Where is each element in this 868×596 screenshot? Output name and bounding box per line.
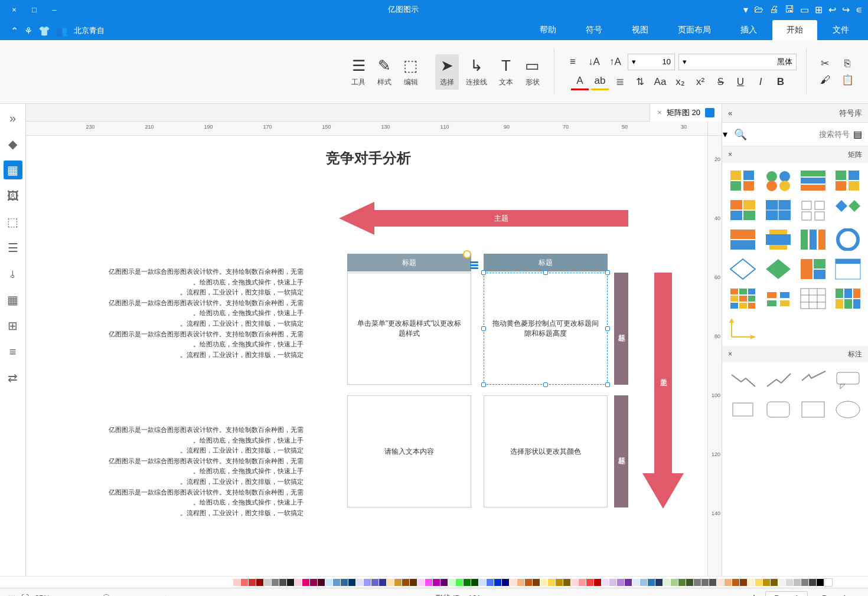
bold-icon[interactable]: B [772, 74, 789, 90]
color-swatch[interactable] [648, 579, 655, 586]
shirt-icon[interactable]: 👕 [38, 25, 50, 37]
resize-handle[interactable] [543, 270, 548, 275]
shape-thumb[interactable] [727, 397, 758, 423]
category-callout[interactable]: 标注 [848, 349, 862, 359]
category-matrix[interactable]: 矩阵 [848, 150, 862, 160]
list-icon[interactable]: ≣ [611, 74, 629, 90]
color-swatch[interactable] [748, 579, 755, 586]
tools-button[interactable]: ☰工具 [347, 54, 370, 90]
share-icon[interactable]: ⚘ [24, 25, 32, 37]
horizontal-arrow[interactable]: 主题 [339, 202, 628, 235]
color-swatch[interactable] [794, 579, 801, 586]
color-swatch[interactable] [494, 579, 501, 586]
color-swatch[interactable] [272, 579, 279, 586]
color-swatch[interactable] [755, 579, 762, 586]
color-swatch[interactable] [571, 579, 578, 586]
text-block-1[interactable]: 亿图图示是一款综合图形图表设计软件。支持绘制数百余种图，无需绘图功底，全拖拽式操… [109, 267, 304, 360]
text-block-2[interactable]: 亿图图示是一款综合图形图表设计软件。支持绘制数百余种图，无需绘图功底，全拖拽式操… [109, 425, 304, 518]
expand-icon[interactable]: « [4, 109, 22, 127]
color-swatch[interactable] [548, 579, 555, 586]
maximize-button[interactable]: □ [26, 5, 43, 14]
fullscreen-icon[interactable]: ⬚ [8, 594, 15, 596]
color-swatch[interactable] [709, 579, 716, 586]
shape-thumb[interactable] [727, 315, 758, 341]
no-color[interactable] [824, 578, 833, 587]
canvas[interactable]: 竞争对手分析 主题 主题 标题 [26, 136, 707, 576]
color-swatch[interactable] [325, 579, 332, 586]
shape-thumb[interactable] [763, 286, 794, 312]
shape-thumb[interactable] [727, 227, 758, 253]
shape-thumb[interactable] [763, 367, 794, 393]
tab-file[interactable]: 文件 [818, 20, 863, 40]
color-swatch[interactable] [663, 579, 670, 586]
underline-icon[interactable]: U [732, 74, 749, 90]
color-swatch[interactable] [394, 579, 402, 586]
view-mode-icon[interactable]: ▭ [853, 594, 860, 596]
color-swatch[interactable] [717, 579, 724, 586]
align-button[interactable]: ≡ [564, 54, 582, 70]
table-icon[interactable]: ▦ [4, 290, 22, 309]
shape-thumb[interactable] [798, 256, 828, 282]
resize-handle[interactable] [543, 382, 548, 387]
color-swatch[interactable] [425, 579, 432, 586]
shape-thumb[interactable] [727, 197, 758, 223]
color-swatch[interactable] [640, 579, 647, 586]
color-swatch[interactable] [387, 579, 394, 586]
subscript-icon[interactable]: x₂ [671, 74, 689, 90]
color-swatch[interactable] [725, 579, 732, 586]
color-swatch[interactable] [456, 579, 463, 586]
color-swatch[interactable] [563, 579, 570, 586]
fit-icon[interactable]: ⛶ [21, 594, 29, 596]
paste-icon[interactable]: 📋 [838, 72, 856, 89]
rotate-handle[interactable] [463, 250, 471, 258]
color-swatch[interactable] [433, 579, 440, 586]
shape-thumb[interactable] [727, 256, 758, 282]
search-icon[interactable]: 🔍 [734, 128, 747, 141]
image-icon[interactable]: 🖼 [4, 186, 22, 205]
color-swatch[interactable] [341, 579, 348, 586]
color-swatch[interactable] [440, 579, 448, 586]
page-tab[interactable]: Page-1 [765, 591, 808, 596]
logo-icon[interactable]: ∍ [856, 4, 862, 15]
resize-handle[interactable] [605, 270, 610, 275]
col-header-2[interactable]: 标题 [347, 254, 471, 271]
shape-thumb[interactable] [798, 367, 828, 393]
color-swatch[interactable] [502, 579, 509, 586]
tab-insert[interactable]: 插入 [726, 20, 771, 40]
font-color-icon[interactable]: A [571, 74, 589, 90]
color-swatch[interactable] [510, 579, 517, 586]
doc-tab[interactable]: 矩阵图 20 × [650, 104, 722, 122]
box-b1[interactable]: 选择形状以更改其颜色 [484, 395, 608, 507]
color-swatch[interactable] [579, 579, 586, 586]
resize-handle[interactable] [481, 382, 486, 387]
color-swatch[interactable] [678, 579, 686, 586]
shape-thumb[interactable] [833, 286, 863, 312]
zoom-value[interactable]: 65% [35, 594, 50, 596]
color-swatch[interactable] [256, 579, 263, 586]
format-painter-icon[interactable]: 🖌 [816, 72, 834, 89]
collapse-icon[interactable]: ⌃ [11, 25, 18, 37]
color-swatch[interactable] [417, 579, 425, 586]
color-swatch[interactable] [471, 579, 478, 586]
add-page-button[interactable]: + [745, 592, 763, 596]
window-icon[interactable]: ▭ [800, 4, 809, 15]
shape-thumb[interactable] [833, 168, 863, 194]
shape-thumb[interactable] [798, 227, 828, 253]
color-swatch[interactable] [617, 579, 624, 586]
close-tab-icon[interactable]: × [657, 108, 662, 117]
color-swatch[interactable] [364, 579, 371, 586]
search-input[interactable] [750, 130, 850, 139]
save-icon[interactable]: 🖫 [785, 4, 794, 15]
color-swatch[interactable] [295, 579, 302, 586]
distribute-icon[interactable]: ⇄ [4, 368, 22, 387]
color-swatch[interactable] [479, 579, 486, 586]
resize-handle[interactable] [481, 270, 486, 275]
color-swatch[interactable] [356, 579, 363, 586]
tab-layout[interactable]: 页面布局 [664, 20, 725, 40]
color-swatch[interactable] [740, 579, 747, 586]
color-swatch[interactable] [771, 579, 778, 586]
shape-thumb[interactable] [763, 197, 794, 223]
account-label[interactable]: 北京青自 [74, 25, 105, 37]
color-swatch[interactable] [556, 579, 563, 586]
color-swatch[interactable] [241, 579, 248, 586]
